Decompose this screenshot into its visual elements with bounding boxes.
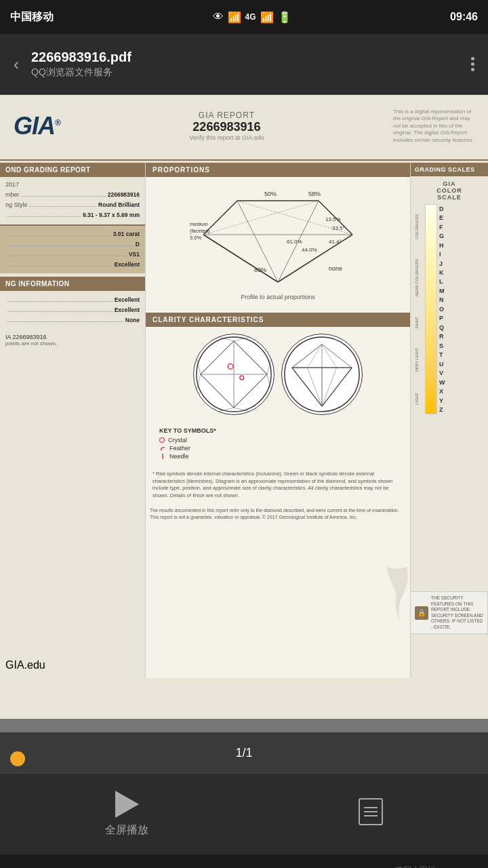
svg-point-40 bbox=[240, 376, 244, 380]
gia-title: GIA bbox=[415, 180, 484, 187]
color-L: L bbox=[439, 278, 445, 285]
signal-icon: 📶 bbox=[260, 11, 274, 24]
svg-line-28 bbox=[234, 374, 267, 408]
page-indicator-area: 1/1 bbox=[0, 732, 488, 773]
number-label: mber bbox=[5, 191, 20, 198]
gia-ref-area: IA 2266983916 points are not shown. bbox=[0, 330, 145, 351]
meas-value: 9.31 - 9.37 x 5.69 mm bbox=[83, 212, 140, 218]
dots-7 bbox=[7, 260, 113, 267]
home-button[interactable]: ○ bbox=[165, 865, 176, 868]
back-nav-button[interactable]: ◁ bbox=[279, 865, 291, 868]
date-row: 2017 bbox=[5, 181, 140, 188]
left-panel: OND GRADING REPORT 2017 mber 2266983916 … bbox=[0, 163, 146, 678]
info-fields: Excellent Excellent None bbox=[0, 291, 145, 330]
gia-header: GIA® GIA REPORT 2266983916 Verify this r… bbox=[0, 108, 488, 144]
left-panel-header: OND GRADING REPORT bbox=[0, 163, 145, 177]
pdf-page: GIA® GIA REPORT 2266983916 Verify this r… bbox=[0, 95, 488, 719]
4g-badge: 4G bbox=[245, 12, 256, 22]
color-F: F bbox=[439, 224, 445, 231]
proportions-area: 50% 58% medium (faceted) 3.0% 13.5% 33.5… bbox=[146, 177, 410, 313]
lock-icon: 🔒 bbox=[415, 606, 428, 620]
date-label: 2017 bbox=[5, 181, 19, 188]
document-subtitle: QQ浏览器文件服务 bbox=[31, 66, 459, 79]
color-Z: Z bbox=[439, 406, 445, 413]
color-side-labels: COLORLESS NEAR COLORLESS FAINT VERY LIGH… bbox=[415, 204, 423, 414]
svg-text:(faceted): (faceted) bbox=[190, 228, 210, 234]
svg-line-30 bbox=[201, 341, 234, 374]
eye-icon: 👁 bbox=[213, 11, 224, 23]
gia-logo: GIA® bbox=[14, 112, 60, 140]
svg-text:61.0%: 61.0% bbox=[287, 239, 302, 245]
style-label: ng Style bbox=[5, 201, 28, 208]
dots-5 bbox=[7, 239, 134, 246]
top-bar: ‹ 2266983916.pdf QQ浏览器文件服务 bbox=[0, 34, 488, 95]
key-crystal: Crystal bbox=[159, 437, 396, 443]
fullscreen-button[interactable]: 全屏播放 bbox=[105, 791, 148, 837]
grading-area: 3.01 carat D VS1 Excellent bbox=[0, 226, 145, 273]
fullscreen-label: 全屏播放 bbox=[105, 823, 148, 837]
key-symbols: KEY TO SYMBOLS* Crystal Feather bbox=[152, 422, 403, 467]
color-scale-title: GIA COLOR SCALE bbox=[415, 180, 484, 201]
svg-text:41.4°: 41.4° bbox=[329, 239, 342, 245]
svg-text:none: none bbox=[329, 265, 342, 272]
doc-icon bbox=[359, 798, 383, 825]
clarity-header: CLARITY CHARACTERISTICS bbox=[146, 313, 410, 327]
wifi-icon: 📶 bbox=[228, 11, 241, 24]
color-value: D bbox=[136, 241, 140, 248]
svg-text:80%: 80% bbox=[254, 267, 266, 273]
color-D: D bbox=[439, 205, 445, 212]
grading-scales-header: GRADING SCALES bbox=[411, 163, 488, 176]
proportions-header: PROPORTIONS bbox=[146, 163, 410, 177]
dots-6 bbox=[7, 250, 127, 256]
info-val-1: Excellent bbox=[115, 296, 140, 303]
color-R: R bbox=[439, 333, 445, 340]
crystal-label: Crystal bbox=[168, 437, 187, 443]
cut-value: Excellent bbox=[115, 261, 140, 268]
color-J: J bbox=[439, 260, 445, 267]
dots-3 bbox=[7, 210, 81, 217]
info-section: NG INFORMATION Excellent Excellent None bbox=[0, 277, 145, 330]
svg-text:33.5°: 33.5° bbox=[332, 225, 345, 231]
svg-text:13.5%: 13.5% bbox=[325, 216, 341, 222]
info-val-2: Excellent bbox=[115, 307, 140, 313]
page-number: 1/1 bbox=[235, 746, 252, 760]
cut-row: Excellent bbox=[5, 260, 140, 268]
gia-top-right-note: This is a digital representation of the … bbox=[393, 108, 474, 144]
scale-title: SCALE bbox=[415, 194, 484, 201]
svg-text:58%: 58% bbox=[308, 191, 321, 197]
key-needle: Needle bbox=[159, 453, 396, 460]
svg-line-52 bbox=[307, 344, 322, 368]
document-button[interactable] bbox=[359, 798, 383, 831]
pdf-viewer[interactable]: GIA® GIA REPORT 2266983916 Verify this r… bbox=[0, 95, 488, 732]
color-P: P bbox=[439, 315, 445, 321]
key-title: KEY TO SYMBOLS* bbox=[159, 427, 396, 434]
verify-text: Verify this report at GIA.edu bbox=[189, 134, 264, 141]
style-row: ng Style Round Brilliant bbox=[5, 200, 140, 208]
more-button[interactable] bbox=[466, 52, 480, 77]
dots-4 bbox=[7, 229, 111, 236]
color-I: I bbox=[439, 251, 445, 258]
info-row-2: Excellent bbox=[5, 305, 140, 313]
svg-line-29 bbox=[201, 374, 234, 408]
carat-value: 3.01 carat bbox=[113, 231, 140, 237]
nav-bar: □ ○ ◁ 珠宝大家坛IAbbs.com bbox=[0, 854, 488, 868]
svg-line-44 bbox=[322, 368, 352, 406]
carat-row: 3.01 carat bbox=[5, 229, 140, 237]
color-H: H bbox=[439, 242, 445, 249]
clarity-row: VS1 bbox=[5, 250, 140, 258]
play-icon bbox=[113, 791, 140, 818]
needle-label: Needle bbox=[169, 453, 189, 460]
gia-report-center: GIA REPORT 2266983916 Verify this report… bbox=[189, 111, 264, 141]
square-button[interactable]: □ bbox=[52, 865, 62, 868]
back-button[interactable]: ‹ bbox=[8, 50, 24, 79]
key-feather: Feather bbox=[159, 445, 396, 452]
svg-line-27 bbox=[234, 341, 267, 374]
color-row: D bbox=[5, 239, 140, 248]
info-row-3: None bbox=[5, 315, 140, 323]
crystal-icon bbox=[159, 437, 165, 443]
svg-text:3.0%: 3.0% bbox=[190, 235, 201, 241]
dots-8 bbox=[7, 295, 113, 302]
proportions-caption: Profile to actual proportions bbox=[152, 294, 403, 300]
center-panel: PROPORTIONS bbox=[146, 163, 410, 678]
clarity-value: VS1 bbox=[129, 251, 140, 258]
